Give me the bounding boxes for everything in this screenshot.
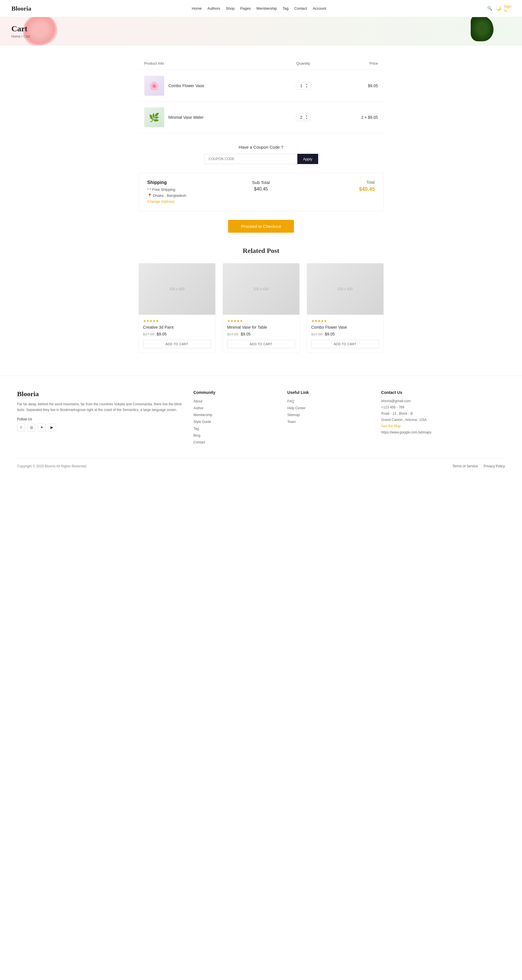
- product-prices-1: $17.00 $9.05: [143, 332, 211, 336]
- cart-row-2: Minimal Vase Water 2 ▲ ▼ 2 × $9.05: [139, 102, 384, 133]
- nav-account[interactable]: Account: [313, 6, 326, 11]
- col-quantity: Quantity: [278, 57, 329, 70]
- contact-address-1: Road - 13 , Block - B: [381, 412, 505, 415]
- site-logo[interactable]: Blooria: [11, 5, 31, 12]
- nav-contact[interactable]: Contact: [294, 6, 307, 11]
- see-the-map-link[interactable]: See the Map: [381, 424, 401, 428]
- shipping-label: Shipping: [147, 180, 216, 185]
- address-display: 📍 Dhaka , Bangladesh: [147, 193, 216, 198]
- qty-decrement-2[interactable]: ▼: [305, 117, 308, 120]
- qty-decrement-1[interactable]: ▼: [305, 86, 308, 89]
- col-price: Price: [329, 57, 383, 70]
- footer-link-author: Author: [193, 406, 276, 410]
- image-placeholder-2: 520 x 420: [254, 287, 268, 291]
- add-to-cart-button-2[interactable]: ADD TO CART: [227, 340, 295, 348]
- qty-increment-2[interactable]: ▲: [305, 115, 308, 117]
- related-posts-section: Related Post 520 x 420 ★★★★★ Creative 3d…: [139, 247, 384, 353]
- nav-authors[interactable]: Authors: [208, 6, 220, 11]
- original-price-1: $17.00: [143, 332, 155, 336]
- add-to-cart-button-3[interactable]: ADD TO CART: [311, 340, 379, 348]
- community-links: About Author Membership Style Guide Tag …: [193, 399, 276, 445]
- follow-us-label: Follow Us: [17, 417, 182, 421]
- related-product-image-3: 520 x 420: [307, 263, 383, 315]
- checkout-section: Proceed to Checkout: [139, 220, 384, 233]
- hero-content: Cart Home / Cart: [11, 24, 30, 38]
- footer-contact-col: Contact Us blooria@gmail.com +123 456 - …: [381, 390, 505, 447]
- community-title: Community: [193, 390, 276, 395]
- footer-bottom-links: Terms of Service Privacy Policy: [452, 464, 505, 468]
- change-address-link[interactable]: Change Address: [147, 199, 175, 204]
- terms-of-service-link[interactable]: Terms of Service: [452, 464, 478, 468]
- address-text: Dhaka , Bangladesh: [153, 193, 187, 198]
- nav-tag[interactable]: Tag: [283, 6, 289, 11]
- facebook-icon[interactable]: f: [17, 423, 25, 431]
- youtube-icon[interactable]: ▶: [48, 423, 56, 431]
- order-summary: Shipping * * Free Shipping 📍 Dhaka , Ban…: [139, 173, 384, 211]
- related-posts-title: Related Post: [139, 247, 384, 255]
- qty-cell-1: 1 ▲ ▼: [278, 70, 329, 102]
- footer-useful-link-col: Useful Link FAQ Help Center Sitemap Team: [287, 390, 370, 447]
- apply-coupon-button[interactable]: Apply: [297, 154, 318, 164]
- contact-address-2: Grand Canion , Arizona , USA: [381, 418, 505, 422]
- signin-link[interactable]: Sign In: [505, 6, 511, 11]
- qty-value-2: 2: [299, 115, 304, 119]
- related-product-image-2: 520 x 420: [223, 263, 299, 315]
- shipping-col: Shipping * * Free Shipping 📍 Dhaka , Ban…: [147, 180, 216, 204]
- contact-title: Contact Us: [381, 390, 505, 395]
- twitter-icon[interactable]: ✦: [38, 423, 46, 431]
- footer-link-team: Team: [287, 420, 370, 424]
- nav-membership[interactable]: Membership: [257, 6, 277, 11]
- product-cell-1: Combo Flower Vase: [144, 76, 272, 96]
- related-grid: 520 x 420 ★★★★★ Creative 3d Paint $17.00…: [139, 263, 384, 353]
- qty-increment-1[interactable]: ▲: [305, 83, 308, 86]
- coupon-input[interactable]: [204, 154, 297, 164]
- footer-link-sitemap: Sitemap: [287, 413, 370, 417]
- theme-icon[interactable]: 🌙: [496, 6, 501, 11]
- footer-link-membership: Membership: [193, 413, 276, 417]
- qty-buttons-1: ▲ ▼: [305, 83, 308, 89]
- related-product-image-1: 520 x 420: [139, 263, 215, 315]
- header: Blooria Home Authors Shop Pages Membersh…: [0, 0, 522, 17]
- breadcrumb-home[interactable]: Home: [11, 35, 21, 38]
- coupon-form: Apply: [204, 154, 318, 164]
- footer-top: Blooria Far far away, behind the word mo…: [17, 390, 505, 447]
- nav-home[interactable]: Home: [192, 6, 202, 11]
- footer-community-col: Community About Author Membership Style …: [193, 390, 276, 447]
- proceed-to-checkout-button[interactable]: Proceed to Checkout: [228, 220, 294, 233]
- page-title: Cart: [11, 24, 30, 33]
- breadcrumb: Home / Cart: [11, 35, 30, 38]
- free-shipping-text: * * Free Shipping: [147, 188, 216, 192]
- social-icons: f ◎ ✦ ▶: [17, 423, 182, 431]
- price-cell-2: 2 × $9.05: [329, 102, 383, 133]
- nav-pages[interactable]: Pages: [240, 6, 251, 11]
- coupon-title: Have a Coupon Code ?: [139, 145, 384, 150]
- footer-link-about: About: [193, 399, 276, 404]
- contact-map-link: See the Map: [381, 424, 505, 428]
- cart-table: Product Info Quantity Price Combo Flower…: [139, 57, 384, 133]
- add-to-cart-button-1[interactable]: ADD TO CART: [143, 340, 211, 348]
- sale-price-2: $9.05: [241, 332, 251, 336]
- product-name-1: Combo Flower Vase: [169, 83, 204, 88]
- related-product-3: 520 x 420 ★★★★★ Combo Flower Vase $17.00…: [307, 263, 384, 353]
- qty-value-1: 1: [299, 83, 304, 88]
- related-product-name-1: Creative 3d Paint: [143, 325, 211, 329]
- contact-phone: +123 456 - 789: [381, 405, 505, 409]
- subtotal-label: Sub Total: [227, 180, 295, 185]
- qty-cell-2: 2 ▲ ▼: [278, 102, 329, 133]
- total-col: Total $40.45: [306, 180, 375, 192]
- product-image-2: [144, 107, 164, 127]
- subtotal-value: $40.45: [227, 186, 295, 192]
- footer-link-help-center: Help Center: [287, 406, 370, 410]
- privacy-policy-link[interactable]: Privacy Policy: [484, 464, 505, 468]
- breadcrumb-current: Cart: [23, 35, 30, 38]
- subtotal-col: Sub Total $40.45: [227, 180, 295, 192]
- search-icon[interactable]: 🔍: [487, 6, 492, 11]
- image-placeholder-3: 520 x 420: [338, 287, 353, 291]
- main-content: Product Info Quantity Price Combo Flower…: [133, 46, 390, 375]
- nav-shop[interactable]: Shop: [226, 6, 234, 11]
- breadcrumb-separator: /: [21, 35, 22, 38]
- instagram-icon[interactable]: ◎: [27, 423, 35, 431]
- total-value: $40.45: [306, 186, 375, 192]
- product-prices-2: $17.00 $9.05: [227, 332, 295, 336]
- qty-wrapper-2: 2 ▲ ▼: [296, 114, 311, 121]
